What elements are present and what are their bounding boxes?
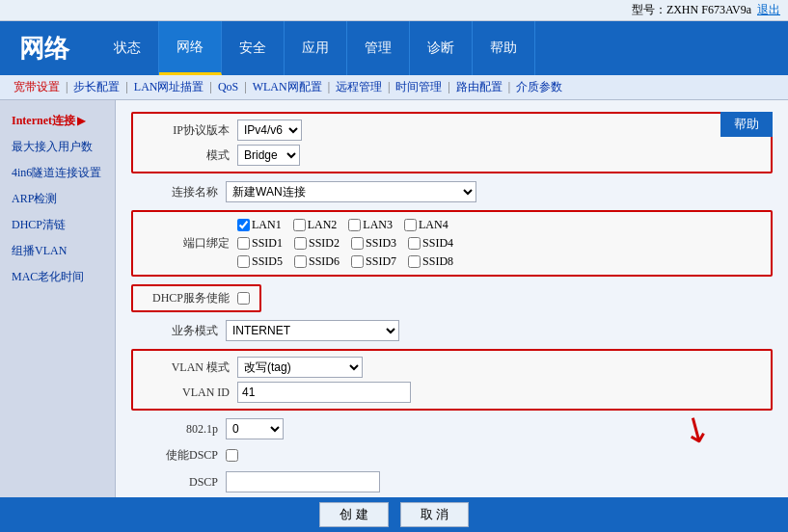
sub-nav-item-5[interactable]: 远程管理 xyxy=(332,79,386,95)
ip-mode-section: IP协议版本 IPv4IPv6IPv4/v6 模式 PPPoEIPoEBridg… xyxy=(131,112,773,173)
sidebar-item-2[interactable]: 4in6隧道连接设置 xyxy=(4,160,111,186)
sidebar-item-1[interactable]: 最大接入用户数 xyxy=(4,134,111,160)
nav-tab-help[interactable]: 帮助 xyxy=(473,21,535,75)
bottom-bar: 创 建 取 消 xyxy=(0,497,788,532)
nav-tab-manage[interactable]: 管理 xyxy=(347,21,410,75)
port-checkbox-SSID6[interactable] xyxy=(294,255,307,268)
port-label-SSID8: SSID8 xyxy=(422,254,453,269)
vlan-mode-row: VLAN 模式 无透传改写(tag) xyxy=(143,357,761,378)
port-label-SSID1: SSID1 xyxy=(252,236,283,251)
nav-tabs: 状态网络安全应用管理诊断帮助 xyxy=(96,21,788,75)
port-checkbox-SSID8[interactable] xyxy=(408,255,421,268)
port-checkbox-LAN4[interactable] xyxy=(404,219,417,231)
port-label-SSID4: SSID4 xyxy=(422,236,453,251)
port-checkbox-SSID7[interactable] xyxy=(351,255,364,268)
sub-nav-sep-3: | xyxy=(209,80,211,94)
port-label-SSID5: SSID5 xyxy=(252,254,283,269)
sub-nav-item-8[interactable]: 介质参数 xyxy=(512,79,566,95)
mode-row: 模式 PPPoEIPoEBridge xyxy=(143,145,761,166)
service-mode-label: 业务模式 xyxy=(131,323,218,339)
dhcp-label: DHCP服务使能 xyxy=(143,290,230,306)
port-checkbox-SSID4[interactable] xyxy=(408,237,421,250)
dscp-row: DSCP xyxy=(131,471,773,492)
dhcp-checkbox[interactable] xyxy=(237,292,250,305)
logo: 网络 xyxy=(0,21,96,75)
nav-tab-security[interactable]: 安全 xyxy=(222,21,285,75)
port-bind-section: 端口绑定 LAN1LAN2LAN3LAN4SSID1SSID2SSID3SSID… xyxy=(131,210,773,277)
port-label-LAN4: LAN4 xyxy=(419,218,448,232)
port-item-LAN4[interactable]: LAN4 xyxy=(404,218,448,232)
vlan-section: VLAN 模式 无透传改写(tag) VLAN ID xyxy=(131,349,773,411)
logout-link[interactable]: 退出 xyxy=(757,2,780,18)
port-label-LAN2: LAN2 xyxy=(308,218,338,232)
sub-nav-sep-5: | xyxy=(328,80,330,94)
port-bind-row: 端口绑定 LAN1LAN2LAN3LAN4SSID1SSID2SSID3SSID… xyxy=(143,218,761,269)
port-checkbox-LAN2[interactable] xyxy=(293,219,306,231)
sub-nav-item-2[interactable]: LAN网址描置 xyxy=(130,79,208,95)
port-item-SSID8[interactable]: SSID8 xyxy=(408,254,453,269)
port-row: SSID1SSID2SSID3SSID4 xyxy=(237,236,565,251)
port-item-SSID7[interactable]: SSID7 xyxy=(351,254,396,269)
arrow-indicator: ↘ xyxy=(674,404,720,453)
port-label-SSID7: SSID7 xyxy=(366,254,396,269)
dscp-input[interactable] xyxy=(226,471,380,492)
create-button[interactable]: 创 建 xyxy=(319,502,388,527)
port-item-LAN2[interactable]: LAN2 xyxy=(293,218,338,232)
sub-nav-item-4[interactable]: WLAN网配置 xyxy=(249,79,326,95)
sidebar-item-4[interactable]: DHCP清链 xyxy=(4,212,111,238)
port-label-SSID2: SSID2 xyxy=(309,236,340,251)
sidebar-item-6[interactable]: MAC老化时间 xyxy=(4,264,111,290)
sub-nav-item-7[interactable]: 路由配置 xyxy=(452,79,506,95)
help-button[interactable]: 帮助 xyxy=(720,112,773,137)
cancel-button[interactable]: 取 消 xyxy=(400,502,469,527)
port-item-LAN3[interactable]: LAN3 xyxy=(348,218,393,232)
dscp-enable-checkbox[interactable] xyxy=(226,449,238,462)
port-checkbox-SSID3[interactable] xyxy=(351,237,364,250)
port-item-SSID3[interactable]: SSID3 xyxy=(351,236,396,251)
dot1p-label: 802.1p xyxy=(131,422,218,437)
port-item-SSID1[interactable]: SSID1 xyxy=(237,236,283,251)
port-item-LAN1[interactable]: LAN1 xyxy=(237,218,282,232)
sidebar-active-arrow: ▶ xyxy=(77,115,85,127)
vlan-mode-label: VLAN 模式 xyxy=(143,359,230,376)
nav-tab-network[interactable]: 网络 xyxy=(159,21,222,75)
port-item-SSID5[interactable]: SSID5 xyxy=(237,254,283,269)
dot1p-select[interactable]: 01234567 xyxy=(226,418,284,439)
service-mode-row: 业务模式 INTERNETOTHER xyxy=(131,320,773,341)
port-item-SSID4[interactable]: SSID4 xyxy=(408,236,453,251)
port-item-SSID6[interactable]: SSID6 xyxy=(294,254,340,269)
ip-version-select[interactable]: IPv4IPv6IPv4/v6 xyxy=(237,120,302,141)
content-panel: 帮助 IP协议版本 IPv4IPv6IPv4/v6 模式 PPPoEIPoEBr… xyxy=(116,100,788,497)
vlan-id-row: VLAN ID xyxy=(143,382,761,403)
port-checkboxes: LAN1LAN2LAN3LAN4SSID1SSID2SSID3SSID4SSID… xyxy=(237,218,565,269)
nav-tab-app[interactable]: 应用 xyxy=(285,21,347,75)
vlan-id-label: VLAN ID xyxy=(143,386,230,400)
port-checkbox-SSID1[interactable] xyxy=(237,237,250,250)
port-label-SSID6: SSID6 xyxy=(309,254,340,269)
service-mode-select[interactable]: INTERNETOTHER xyxy=(226,320,399,341)
sub-nav-item-1[interactable]: 步长配置 xyxy=(69,79,123,95)
port-item-SSID2[interactable]: SSID2 xyxy=(294,236,340,251)
mode-select[interactable]: PPPoEIPoEBridge xyxy=(237,145,300,166)
vlan-id-input[interactable] xyxy=(237,382,411,403)
port-checkbox-SSID2[interactable] xyxy=(294,237,307,250)
port-checkbox-LAN1[interactable] xyxy=(237,219,250,231)
ip-version-row: IP协议版本 IPv4IPv6IPv4/v6 xyxy=(143,120,761,141)
sidebar-item-3[interactable]: ARP检测 xyxy=(4,186,111,212)
nav-tab-status[interactable]: 状态 xyxy=(96,21,159,75)
port-checkbox-SSID5[interactable] xyxy=(237,255,250,268)
sidebar: Internet连接▶最大接入用户数4in6隧道连接设置ARP检测DHCP清链组… xyxy=(0,100,116,497)
conn-name-select[interactable]: 新建WAN连接 xyxy=(226,181,476,202)
dscp-enable-label: 使能DSCP xyxy=(131,447,218,464)
sidebar-item-0[interactable]: Internet连接▶ xyxy=(4,108,111,134)
port-bind-label: 端口绑定 xyxy=(143,235,230,252)
sub-nav-item-6[interactable]: 时间管理 xyxy=(392,79,446,95)
ip-version-label: IP协议版本 xyxy=(143,122,230,139)
vlan-mode-select[interactable]: 无透传改写(tag) xyxy=(237,357,363,378)
sub-nav-sep-4: | xyxy=(244,80,246,94)
sidebar-item-5[interactable]: 组播VLAN xyxy=(4,238,111,264)
nav-tab-diagnose[interactable]: 诊断 xyxy=(410,21,473,75)
sub-nav-item-3[interactable]: QoS xyxy=(214,80,242,94)
port-checkbox-LAN3[interactable] xyxy=(348,219,361,231)
sub-nav-item-0[interactable]: 宽带设置 xyxy=(10,79,64,95)
